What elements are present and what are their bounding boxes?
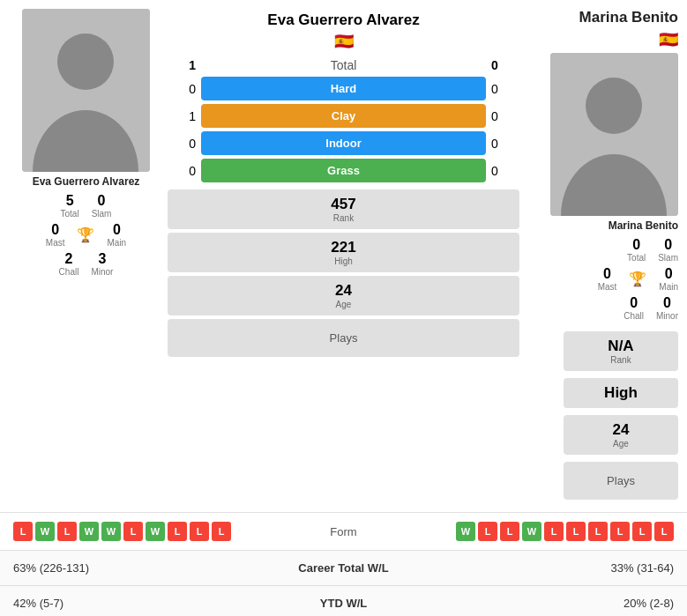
- left-slam-label: Slam: [92, 209, 112, 219]
- form-label: Form: [291, 525, 397, 538]
- right-high-value: High: [574, 384, 668, 402]
- right-rank-box: N/A Rank: [564, 331, 678, 371]
- left-stats-row2: 0 Mast 🏆 0 Main: [46, 222, 126, 248]
- form-badge-l: L: [190, 522, 209, 541]
- left-rank-label: Rank: [178, 213, 509, 223]
- left-center-name-text: Eva Guerrero Alvarez: [267, 11, 419, 29]
- clay-left-score: 1: [168, 109, 201, 123]
- grass-row: 0 Grass 0: [168, 159, 519, 182]
- hard-left-score: 0: [168, 82, 201, 96]
- left-mast-label: Mast: [46, 238, 65, 248]
- left-chall-cell: 2 Chall: [59, 251, 79, 277]
- career-wl-row: 63% (226-131) Career Total W/L 33% (31-6…: [0, 550, 687, 585]
- left-mast-cell: 0 Mast: [46, 222, 65, 248]
- right-slam-cell: 0 Slam: [658, 237, 678, 263]
- left-total-cell: 5 Total: [61, 193, 79, 219]
- svg-point-4: [586, 78, 642, 134]
- left-age-value: 24: [178, 282, 509, 300]
- right-rank-value: N/A: [574, 338, 668, 355]
- career-wl-label: Career Total W/L: [256, 561, 432, 575]
- left-slam-value: 0: [98, 193, 106, 209]
- left-main-cell: 0 Main: [107, 222, 126, 248]
- clay-button[interactable]: Clay: [201, 104, 486, 128]
- grass-right-score: 0: [486, 164, 519, 178]
- indoor-left-score: 0: [168, 137, 201, 151]
- indoor-button[interactable]: Indoor: [201, 131, 486, 155]
- career-wl-right: 33% (31-64): [432, 561, 675, 575]
- right-chall-label: Chall: [624, 311, 644, 321]
- total-label: Total: [201, 58, 486, 72]
- clay-right-score: 0: [486, 109, 519, 123]
- right-mast-label: Mast: [598, 282, 617, 292]
- left-high-value: 221: [178, 239, 509, 256]
- surfaces-section: 1 Total 0 0 Hard 0 1 Clay 0 0: [168, 58, 519, 186]
- career-wl-left: 63% (226-131): [13, 561, 256, 575]
- right-age-box: 24 Age: [564, 415, 678, 455]
- form-section: LWLWWLWLLL Form WLLWLLLLLL: [0, 512, 687, 550]
- form-badge-l: L: [123, 522, 143, 541]
- left-chall-value: 2: [65, 251, 73, 267]
- form-badge-l: L: [478, 522, 497, 541]
- form-badge-l: L: [544, 522, 564, 541]
- left-age-box: 24 Age: [168, 276, 519, 315]
- left-mast-value: 0: [51, 222, 59, 238]
- right-total-value: 0: [632, 237, 640, 253]
- right-flag: 🇪🇸: [659, 30, 678, 49]
- right-stats-row2: 0 Mast 🏆 0 Main: [598, 266, 678, 292]
- form-badge-l: L: [632, 522, 652, 541]
- total-right-score: 0: [486, 58, 519, 72]
- hard-button[interactable]: Hard: [201, 77, 486, 100]
- main-container: Eva Guerrero Alvarez 5 Total 0 Slam 0 Ma…: [0, 0, 687, 616]
- right-stats-row3: 0 Chall 0 Minor: [624, 295, 678, 321]
- right-plays-box: Plays: [564, 462, 678, 500]
- comparison-section: Eva Guerrero Alvarez 5 Total 0 Slam 0 Ma…: [0, 0, 687, 512]
- form-badge-l: L: [212, 522, 231, 541]
- total-left-score: 1: [168, 58, 201, 72]
- right-chall-value: 0: [630, 295, 638, 311]
- left-player-name: Eva Guerrero Alvarez: [33, 175, 140, 188]
- ytd-wl-row: 42% (5-7) YTD W/L 20% (2-8): [0, 585, 687, 616]
- right-stats-row1: 0 Total 0 Slam: [627, 237, 678, 263]
- left-main-value: 0: [113, 222, 121, 238]
- form-badge-l: L: [13, 522, 33, 541]
- right-chall-cell: 0 Chall: [624, 295, 644, 321]
- hard-right-score: 0: [486, 82, 519, 96]
- left-form-badges: LWLWWLWLLL: [13, 522, 291, 541]
- grass-button[interactable]: Grass: [201, 159, 486, 182]
- left-flag: 🇪🇸: [334, 32, 354, 51]
- left-minor-label: Minor: [91, 267, 113, 277]
- form-badge-l: L: [500, 522, 519, 541]
- form-badge-w: W: [146, 522, 165, 541]
- ytd-wl-left: 42% (5-7): [13, 597, 256, 610]
- left-age-label: Age: [178, 300, 509, 309]
- left-total-label: Total: [61, 209, 79, 219]
- form-badge-l: L: [57, 522, 77, 541]
- left-plays-label: Plays: [178, 331, 509, 345]
- right-age-value: 24: [574, 421, 668, 439]
- right-center-name: Marina Benito: [579, 9, 678, 26]
- form-badge-w: W: [101, 522, 121, 541]
- right-main-label: Main: [659, 282, 678, 292]
- left-rank-box: 457 Rank: [168, 189, 519, 229]
- right-rank-label: Rank: [574, 355, 668, 365]
- indoor-right-score: 0: [486, 137, 519, 151]
- right-minor-cell: 0 Minor: [656, 295, 678, 321]
- total-row: 1 Total 0: [168, 58, 519, 72]
- right-high-box: High: [564, 378, 678, 408]
- left-trophy-icon: 🏆: [77, 226, 94, 243]
- right-slam-label: Slam: [658, 253, 678, 263]
- right-mast-cell: 0 Mast: [598, 266, 617, 292]
- right-stat-boxes: N/A Rank High 24 Age Plays: [564, 328, 678, 500]
- left-stats-row1: 5 Total 0 Slam: [61, 193, 112, 219]
- left-high-label: High: [178, 256, 509, 266]
- ytd-wl-right: 20% (2-8): [432, 597, 675, 610]
- right-age-label: Age: [574, 439, 668, 449]
- left-high-box: 221 High: [168, 233, 519, 272]
- form-badge-l: L: [566, 522, 586, 541]
- left-main-label: Main: [107, 238, 126, 248]
- svg-point-1: [57, 33, 114, 90]
- left-chall-label: Chall: [59, 267, 79, 277]
- form-badge-w: W: [35, 522, 55, 541]
- left-player-col: Eva Guerrero Alvarez 5 Total 0 Slam 0 Ma…: [9, 9, 163, 503]
- hard-row: 0 Hard 0: [168, 77, 519, 100]
